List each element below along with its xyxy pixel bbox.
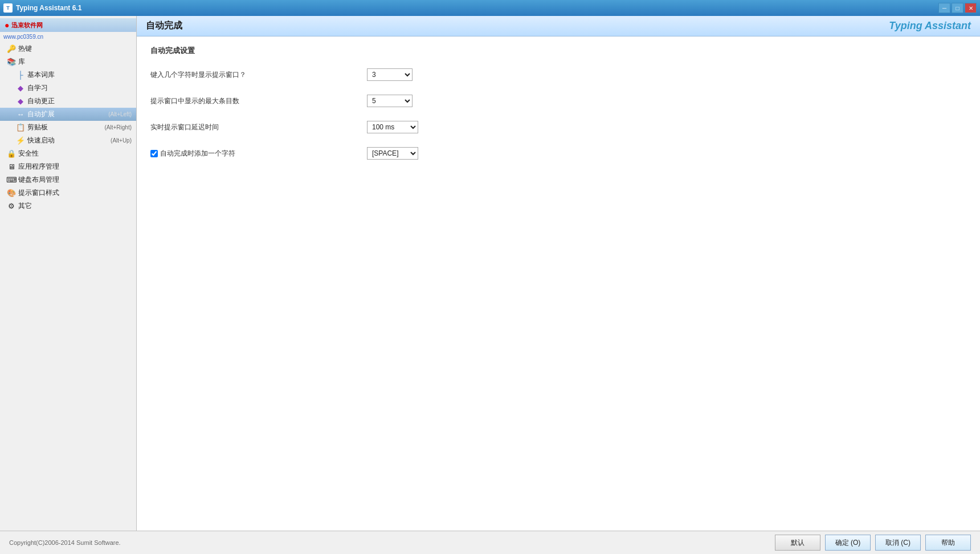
app-icon: T: [3, 3, 13, 13]
sidebar-item-auto-correct[interactable]: ◆ 自动更正: [0, 95, 136, 108]
sidebar-item-security[interactable]: 🔒 安全性: [0, 147, 136, 160]
setting-row-max-items: 提示窗口中显示的最大条目数 3 4 5 6 7 8: [150, 93, 966, 108]
sidebar-item-library[interactable]: 📚 库: [0, 55, 136, 68]
add-char-select[interactable]: [SPACE] [TAB] [ENTER] [NONE]: [367, 147, 418, 160]
content-area: 自动完成 Typing Assistant 自动完成设置 键入几个字符时显示提示…: [137, 16, 980, 531]
setting-row-char-count: 键入几个字符时显示提示窗口？ 1 2 3 4 5 6: [150, 67, 966, 82]
content-title: 自动完成: [146, 20, 182, 32]
minimize-button[interactable]: ─: [938, 3, 950, 13]
sidebar-item-label: 剪贴板: [27, 123, 48, 132]
sidebar-item-label: 库: [18, 57, 25, 67]
sidebar-item-label: 自动更正: [27, 96, 55, 106]
content-header: 自动完成 Typing Assistant: [137, 16, 980, 36]
security-icon: 🔒: [7, 149, 16, 158]
quick-start-icon: ⚡: [16, 136, 25, 145]
max-items-select[interactable]: 3 4 5 6 7 8: [367, 95, 413, 107]
cancel-button[interactable]: 取消 (C): [875, 535, 921, 551]
clipboard-shortcut: (Alt+Right): [104, 124, 132, 131]
app-logo-icon: ●: [5, 21, 9, 30]
char-count-label: 键入几个字符时显示提示窗口？: [150, 70, 367, 80]
add-char-checkbox[interactable]: [150, 150, 158, 157]
keyboard-layout-icon: ⌨: [7, 176, 16, 185]
setting-row-delay: 实时提示窗口延迟时间 0 ms 50 ms 100 ms 200 ms 300 …: [150, 120, 966, 135]
watermark-url: www.pc0359.cn: [0, 33, 136, 42]
auto-expand-icon: ↔: [16, 110, 25, 119]
sidebar: ● 迅束软件网 www.pc0359.cn 🔑 热键 📚 库 ├ 基本词库 ◆ …: [0, 16, 137, 531]
sidebar-item-quick-start[interactable]: ⚡ 快速启动 (Alt+Up): [0, 134, 136, 147]
help-button[interactable]: 帮助: [925, 535, 971, 551]
app-manage-icon: 🖥: [7, 162, 16, 172]
sidebar-item-auto-expand[interactable]: ↔ 自动扩展 (Alt+Left): [0, 108, 136, 121]
sidebar-item-label: 快速启动: [27, 136, 55, 145]
sidebar-item-label: 其它: [18, 201, 32, 211]
sidebar-item-other[interactable]: ⚙ 其它: [0, 199, 136, 213]
auto-expand-shortcut: (Alt+Left): [108, 111, 132, 117]
watermark-text: 迅束软件网: [11, 21, 43, 30]
main-container: ● 迅束软件网 www.pc0359.cn 🔑 热键 📚 库 ├ 基本词库 ◆ …: [0, 16, 980, 531]
sidebar-item-clipboard[interactable]: 📋 剪贴板 (Alt+Right): [0, 121, 136, 134]
sidebar-item-label: 自动扩展: [27, 109, 55, 119]
char-count-select[interactable]: 1 2 3 4 5 6: [367, 68, 413, 81]
sidebar-header: ● 迅束软件网: [0, 18, 136, 32]
titlebar-left: T Typing Assistant 6.1: [3, 3, 81, 13]
add-char-checkbox-label: 自动完成时添加一个字符: [150, 149, 367, 158]
sidebar-item-label: 自学习: [27, 83, 48, 93]
sidebar-item-keyboard-layout[interactable]: ⌨ 键盘布局管理: [0, 173, 136, 186]
footer-buttons: 默认 确定 (O) 取消 (C) 帮助: [775, 535, 971, 551]
sidebar-item-app-manage[interactable]: 🖥 应用程序管理: [0, 160, 136, 173]
close-button[interactable]: ✕: [965, 3, 977, 13]
add-char-text: 自动完成时添加一个字符: [160, 149, 235, 158]
delay-select[interactable]: 0 ms 50 ms 100 ms 200 ms 300 ms 500 ms: [367, 121, 418, 133]
sidebar-item-hotkey[interactable]: 🔑 热键: [0, 42, 136, 55]
sidebar-item-label: 应用程序管理: [18, 162, 59, 172]
sidebar-item-label: 安全性: [18, 149, 39, 158]
footer-copyright: Copyright(C)2006-2014 Sumit Software.: [9, 539, 121, 546]
sidebar-item-label: 提示窗口样式: [18, 188, 59, 198]
default-button[interactable]: 默认: [775, 535, 820, 551]
sidebar-item-popup-style[interactable]: 🎨 提示窗口样式: [0, 186, 136, 199]
max-items-control: 3 4 5 6 7 8: [367, 95, 413, 107]
sidebar-item-label: 热键: [18, 44, 32, 54]
titlebar-title: Typing Assistant 6.1: [16, 4, 81, 12]
settings-panel: 自动完成设置 键入几个字符时显示提示窗口？ 1 2 3 4 5 6 提: [137, 36, 980, 531]
auto-learn-icon: ◆: [16, 84, 25, 93]
delay-label: 实时提示窗口延迟时间: [150, 123, 367, 132]
titlebar: T Typing Assistant 6.1 ─ □ ✕: [0, 0, 980, 16]
titlebar-controls: ─ □ ✕: [938, 3, 977, 13]
ok-button[interactable]: 确定 (O): [825, 535, 871, 551]
other-icon: ⚙: [7, 202, 16, 211]
delay-control: 0 ms 50 ms 100 ms 200 ms 300 ms 500 ms: [367, 121, 418, 133]
char-count-control: 1 2 3 4 5 6: [367, 68, 413, 81]
sidebar-item-auto-learn[interactable]: ◆ 自学习: [0, 82, 136, 95]
restore-button[interactable]: □: [952, 3, 963, 13]
add-char-label: 自动完成时添加一个字符: [150, 149, 367, 158]
sidebar-item-label: 键盘布局管理: [18, 175, 59, 185]
footer: Copyright(C)2006-2014 Sumit Software. 默认…: [0, 531, 980, 554]
auto-correct-icon: ◆: [16, 97, 25, 106]
popup-style-icon: 🎨: [7, 189, 16, 198]
library-icon: 📚: [7, 58, 16, 67]
hotkey-icon: 🔑: [7, 44, 16, 54]
clipboard-icon: 📋: [16, 123, 25, 132]
settings-section-title: 自动完成设置: [150, 46, 966, 58]
sidebar-item-basic-dict[interactable]: ├ 基本词库: [0, 68, 136, 82]
add-char-control: [SPACE] [TAB] [ENTER] [NONE]: [367, 147, 418, 160]
setting-row-add-char: 自动完成时添加一个字符 [SPACE] [TAB] [ENTER] [NONE]: [150, 146, 966, 161]
sidebar-item-label: 基本词库: [27, 70, 55, 80]
max-items-label: 提示窗口中显示的最大条目数: [150, 96, 367, 106]
basic-dict-icon: ├: [16, 71, 25, 80]
brand-text: Typing Assistant: [889, 20, 971, 32]
quick-start-shortcut: (Alt+Up): [111, 137, 132, 144]
